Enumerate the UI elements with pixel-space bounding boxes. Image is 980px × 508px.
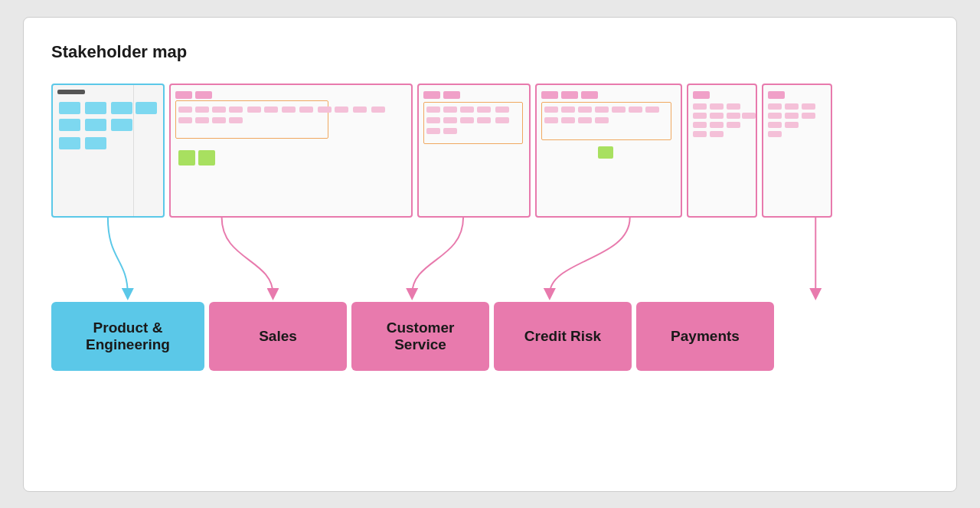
label-sales[interactable]: Sales <box>209 302 347 371</box>
page-title: Stakeholder map <box>51 42 929 62</box>
stakeholder-map-card: Stakeholder map <box>23 17 957 492</box>
arrows-svg <box>51 218 929 302</box>
label-payments[interactable]: Payments <box>636 302 774 371</box>
arrows-row <box>51 218 929 302</box>
thumb-payments-2[interactable] <box>762 84 832 218</box>
thumb-payments-1[interactable] <box>687 84 757 218</box>
thumb-credit-risk[interactable] <box>535 84 682 218</box>
label-credit-risk[interactable]: Credit Risk <box>494 302 632 371</box>
diagram-area: Product & Engineering Sales Customer Ser… <box>51 84 929 371</box>
thumbnails-row <box>51 84 929 218</box>
labels-row: Product & Engineering Sales Customer Ser… <box>51 302 929 371</box>
thumb-product-engineering[interactable] <box>51 84 165 218</box>
label-product-engineering[interactable]: Product & Engineering <box>51 302 204 371</box>
label-customer-service[interactable]: Customer Service <box>351 302 489 371</box>
thumb-sales[interactable] <box>169 84 413 218</box>
thumb-customer-service[interactable] <box>417 84 531 218</box>
